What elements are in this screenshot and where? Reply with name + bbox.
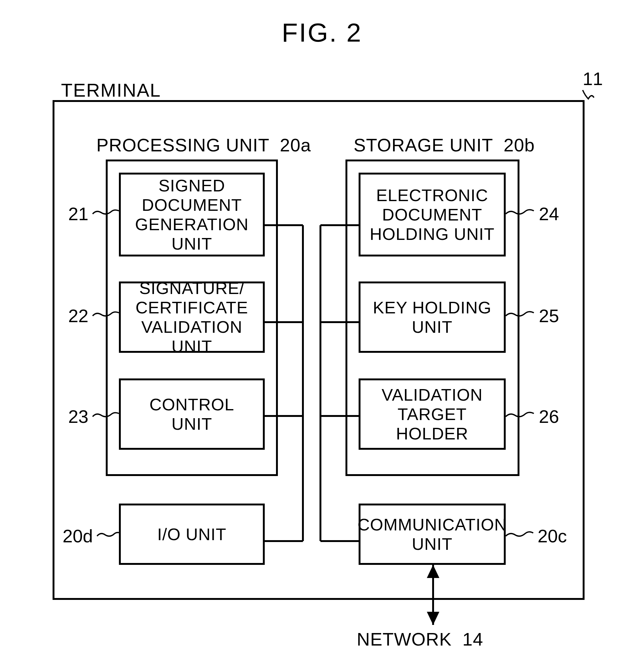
diagram-canvas: FIG. 2 11 TERMINAL PROCESSING UNIT 20a S… bbox=[0, 0, 644, 664]
svg-marker-12 bbox=[427, 612, 439, 625]
communication-unit-box: COMMUNICATION UNIT bbox=[359, 503, 506, 565]
signature-certificate-validation-unit-box: SIGNATURE/ CERTIFICATE VALIDATION UNIT bbox=[119, 282, 265, 353]
storage-unit-header-text: STORAGE UNIT bbox=[354, 135, 493, 155]
electronic-document-holding-unit-box: ELECTRONIC DOCUMENT HOLDING UNIT bbox=[359, 173, 506, 256]
key-holding-unit-box: KEY HOLDING UNIT bbox=[359, 282, 506, 353]
network-ref: 14 bbox=[463, 629, 483, 649]
network-label-text: NETWORK bbox=[357, 629, 451, 649]
storage-unit-header: STORAGE UNIT 20b bbox=[354, 134, 535, 155]
io-unit-box: I/O UNIT bbox=[119, 503, 265, 565]
processing-unit-header-text: PROCESSING UNIT bbox=[96, 135, 269, 155]
validation-target-holder-box: VALIDATION TARGET HOLDER bbox=[359, 378, 506, 450]
terminal-label: TERMINAL bbox=[61, 79, 161, 101]
ref-22: 22 bbox=[68, 305, 88, 326]
ref-25: 25 bbox=[539, 305, 559, 326]
ref-terminal: 11 bbox=[583, 68, 603, 89]
ref-26: 26 bbox=[539, 406, 559, 427]
ref-24: 24 bbox=[539, 203, 559, 224]
processing-unit-ref: 20a bbox=[280, 135, 311, 155]
ref-23: 23 bbox=[68, 406, 88, 427]
ref-21: 21 bbox=[68, 203, 88, 224]
ref-20d: 20d bbox=[63, 525, 93, 546]
control-unit-box: CONTROL UNIT bbox=[119, 378, 265, 450]
network-label: NETWORK 14 bbox=[357, 629, 483, 650]
processing-unit-header: PROCESSING UNIT 20a bbox=[96, 134, 311, 155]
signed-document-generation-unit-box: SIGNED DOCUMENT GENERATION UNIT bbox=[119, 173, 265, 256]
storage-unit-ref: 20b bbox=[503, 135, 535, 155]
ref-20c: 20c bbox=[538, 525, 567, 546]
figure-title: FIG. 2 bbox=[0, 18, 644, 48]
